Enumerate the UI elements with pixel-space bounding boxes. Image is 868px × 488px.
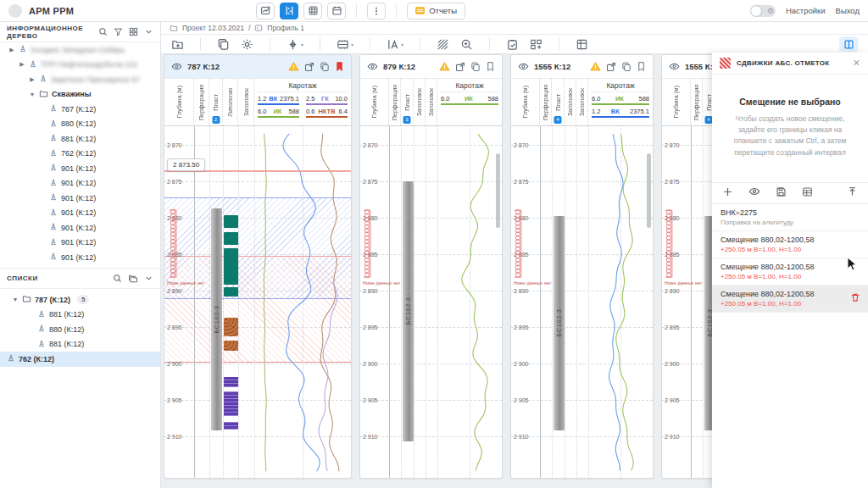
- breadcrumb-project[interactable]: Проект 12.03.2021: [182, 24, 244, 32]
- curve-legend[interactable]: 6.0ИК588: [441, 95, 498, 105]
- column-header[interactable]: Пласт3: [401, 79, 414, 125]
- add-icon[interactable]: [722, 186, 733, 201]
- map-grid-icon[interactable]: [303, 3, 322, 19]
- chevron-right-icon[interactable]: ▶: [8, 47, 15, 53]
- column-header[interactable]: Глубина (м): [360, 79, 389, 125]
- kebab-menu-icon[interactable]: [367, 3, 386, 19]
- tree-item-well[interactable]: 762 (К:12): [0, 147, 160, 162]
- eye-icon[interactable]: [171, 61, 182, 72]
- panel-body[interactable]: 2 8702 8752 8802 8852 8902 8952 9002 905…: [164, 126, 351, 478]
- list-item-well[interactable]: 880 (К:12): [0, 322, 160, 337]
- column-header[interactable]: Глубина (м): [511, 79, 540, 125]
- shift-list-item[interactable]: Смещение 880,02-1200,58+250.05 м В=1.00,…: [712, 258, 868, 286]
- list-item-well-selected[interactable]: 762 (К:12): [0, 352, 160, 367]
- open-external-icon[interactable]: [455, 62, 465, 72]
- gear-icon[interactable]: [241, 38, 253, 51]
- eye-icon[interactable]: [367, 61, 378, 72]
- grid-icon[interactable]: [129, 27, 138, 36]
- column-header[interactable]: Заголовок: [565, 79, 576, 125]
- panel-body[interactable]: 2 8702 8752 8802 8852 8902 8952 9002 905…: [511, 126, 653, 478]
- eye-icon[interactable]: [748, 186, 760, 201]
- chevron-down-icon[interactable]: [144, 274, 153, 283]
- column-header[interactable]: Пласт4: [552, 79, 565, 125]
- io-layout-icon[interactable]: [530, 38, 542, 51]
- filter-icon[interactable]: [114, 27, 123, 36]
- column-header[interactable]: Заголовок: [426, 79, 437, 125]
- curve-legend[interactable]: 1.2ВК2375.1: [592, 108, 649, 118]
- column-header[interactable]: Глубина (м): [164, 79, 194, 125]
- column-header[interactable]: Литология: [223, 79, 238, 125]
- panel-body[interactable]: 2 8702 8752 8802 8852 8902 8952 9002 905…: [360, 126, 502, 478]
- curve-legend[interactable]: 0.6НКТВ6.4: [306, 108, 348, 118]
- table-icon[interactable]: [802, 186, 813, 201]
- warning-icon[interactable]: [288, 61, 299, 72]
- close-icon[interactable]: ✕: [853, 58, 860, 68]
- curve-legend[interactable]: 6.0ИК588: [258, 108, 299, 118]
- breadcrumb-profile[interactable]: Профиль 1: [267, 24, 304, 32]
- avatar[interactable]: [8, 4, 22, 18]
- search-icon[interactable]: [113, 274, 122, 283]
- scrollbar-thumb[interactable]: [647, 153, 651, 228]
- bookmark-icon[interactable]: [637, 61, 646, 72]
- eye-icon[interactable]: [518, 61, 529, 72]
- chevron-down-icon[interactable]: ▼: [12, 297, 19, 302]
- table-panel-icon[interactable]: [576, 38, 588, 51]
- bookmark-icon[interactable]: [486, 61, 495, 72]
- list-item-well[interactable]: 881 (К:12): [0, 308, 160, 323]
- shift-list-item[interactable]: Смещение 880,02-1200,58+250.05 м В=1.00,…: [712, 231, 868, 258]
- tree-folder-wells[interactable]: ▼Скважины: [0, 87, 160, 103]
- tree-item-well[interactable]: 901 (К:12): [0, 161, 160, 176]
- chevron-down-icon[interactable]: [144, 27, 153, 36]
- tree-item-well[interactable]: 901 (К:12): [0, 236, 160, 251]
- tree-item-well[interactable]: 901 (К:12): [0, 191, 160, 206]
- copy-pages-icon[interactable]: [217, 38, 230, 51]
- zoom-in-icon[interactable]: [460, 38, 473, 51]
- list-folder[interactable]: ▼787 (К:12)5: [0, 292, 160, 308]
- eye-icon[interactable]: [669, 61, 680, 72]
- curve-legend[interactable]: 2.5ГК10.0: [306, 95, 348, 105]
- scrollbar-thumb[interactable]: [496, 153, 500, 228]
- tree-item-well[interactable]: 901 (К:12): [0, 176, 160, 191]
- copy-icon[interactable]: [470, 62, 481, 72]
- column-header[interactable]: Заголовок: [576, 79, 588, 125]
- tree-item-redacted[interactable]: ▶Холдинг Западная Сибирь: [0, 42, 160, 58]
- open-external-icon[interactable]: [304, 62, 314, 72]
- list-item-well[interactable]: 881 (К:12): [0, 337, 160, 352]
- tree-item-well[interactable]: 881 (К:12): [0, 131, 160, 147]
- column-header[interactable]: Перфорация: [194, 79, 209, 125]
- folders-icon[interactable]: [128, 274, 138, 284]
- tree-item-well[interactable]: 901 (К:12): [0, 250, 160, 265]
- delete-icon[interactable]: [850, 291, 860, 306]
- exit-link[interactable]: Выход: [836, 6, 860, 15]
- column-header[interactable]: Перфорация: [389, 79, 401, 125]
- column-header[interactable]: Перфорация: [691, 79, 703, 125]
- column-header[interactable]: Пласт2: [209, 79, 223, 125]
- tree-item-well[interactable]: 787 (К:12): [0, 102, 160, 117]
- settings-toggle[interactable]: ⚙: [750, 5, 776, 17]
- tree-item-redacted[interactable]: ▶Заречное Приозерное 67: [0, 72, 160, 87]
- tree-item-well[interactable]: 901 (К:12): [0, 206, 160, 221]
- copy-icon[interactable]: [320, 62, 330, 72]
- column-header[interactable]: Заголовок: [414, 79, 426, 125]
- shift-list-item[interactable]: ВНК=2275Поправка на альтитуду: [712, 204, 868, 231]
- text-style-icon[interactable]: ▾: [387, 38, 403, 51]
- move-top-icon[interactable]: [847, 186, 858, 201]
- warning-icon[interactable]: [590, 61, 601, 72]
- column-header[interactable]: Заголовок: [238, 79, 254, 125]
- open-external-icon[interactable]: [606, 62, 616, 72]
- copy-icon[interactable]: [621, 62, 632, 72]
- column-header[interactable]: Глубина (м): [662, 79, 691, 125]
- bookmark-icon[interactable]: [335, 61, 344, 72]
- open-folder-icon[interactable]: [171, 38, 184, 51]
- curve-legend[interactable]: 1.2ВК2375.1: [258, 95, 299, 105]
- settings-link[interactable]: Настройки: [786, 6, 826, 15]
- correlation-view-icon[interactable]: [280, 3, 298, 19]
- hatch-pattern-icon[interactable]: [437, 38, 449, 51]
- chevron-down-icon[interactable]: ▼: [29, 92, 36, 97]
- tree-item-well[interactable]: 901 (К:12): [0, 220, 160, 236]
- tree-item-well[interactable]: 880 (К:12): [0, 117, 160, 132]
- clipboard-check-icon[interactable]: [506, 38, 519, 51]
- chevron-right-icon[interactable]: ▶: [19, 61, 25, 68]
- save-icon[interactable]: [776, 186, 787, 201]
- column-header[interactable]: Перфорация: [540, 79, 552, 125]
